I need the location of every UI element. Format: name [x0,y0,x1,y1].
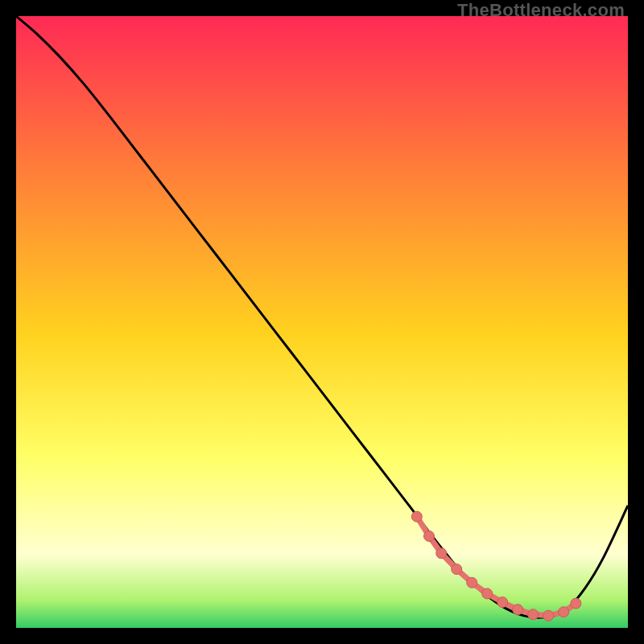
marker-dot [559,607,569,617]
marker-dot [411,511,422,522]
marker-dot [528,609,539,620]
watermark-text: TheBottleneck.com [457,0,625,21]
gradient-bg [16,16,628,628]
marker-dot [571,598,581,609]
marker-dot [424,531,435,542]
marker-dot [513,605,523,615]
marker-dot [436,548,447,559]
marker-dot [482,588,493,599]
marker-dot [452,564,462,575]
marker-dot [497,597,508,608]
chart-svg [16,16,628,628]
marker-dot [543,610,554,621]
marker-dot [467,577,477,588]
